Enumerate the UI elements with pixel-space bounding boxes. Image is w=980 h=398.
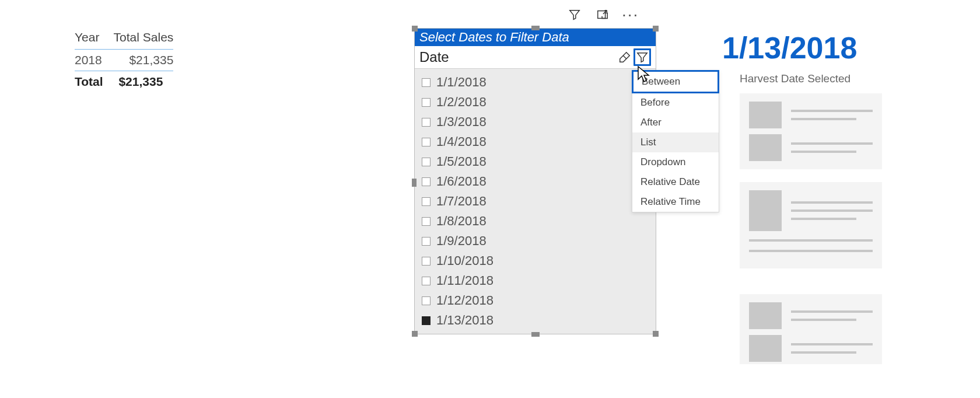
slicer-item[interactable]: 1/10/2018 xyxy=(421,251,653,271)
slicer-item[interactable]: 1/7/2018 xyxy=(421,191,653,211)
menu-item-list[interactable]: List xyxy=(632,132,719,152)
visual-toolbar: ··· xyxy=(566,6,639,23)
table-total-row: Total $21,335 xyxy=(75,71,173,93)
more-icon[interactable]: ··· xyxy=(622,12,639,18)
checkbox-icon[interactable] xyxy=(422,197,430,206)
slicer-item-label: 1/9/2018 xyxy=(436,233,487,249)
slicer-item-label: 1/4/2018 xyxy=(436,134,487,149)
menu-item-before[interactable]: Before xyxy=(632,93,719,113)
placeholder-visual xyxy=(740,182,882,268)
date-slicer[interactable]: Select Dates to Filter Data Date 1/1/201… xyxy=(414,28,656,334)
cursor-icon xyxy=(636,65,654,84)
slicer-title: Select Dates to Filter Data xyxy=(415,29,656,46)
checkbox-icon[interactable] xyxy=(422,296,430,305)
focus-mode-icon[interactable] xyxy=(594,6,611,23)
svg-rect-0 xyxy=(598,11,606,19)
resize-handle[interactable] xyxy=(412,331,418,337)
card-value: 1/13/2018 xyxy=(722,30,857,65)
slicer-item[interactable]: 1/13/2018 xyxy=(421,310,653,330)
slicer-item-label: 1/1/2018 xyxy=(436,75,487,90)
slicer-item[interactable]: 1/11/2018 xyxy=(421,271,653,291)
checkbox-icon[interactable] xyxy=(422,118,430,127)
slicer-item[interactable]: 1/5/2018 xyxy=(421,152,653,172)
slicer-item-label: 1/13/2018 xyxy=(436,313,494,328)
slicer-item[interactable]: 1/9/2018 xyxy=(421,231,653,251)
placeholder-visual xyxy=(740,294,882,364)
placeholder-visual xyxy=(740,93,882,169)
slicer-type-chevron-icon[interactable] xyxy=(634,48,651,66)
slicer-item[interactable]: 1/2/2018 xyxy=(421,92,653,112)
menu-item-dropdown[interactable]: Dropdown xyxy=(632,152,719,172)
checkbox-icon[interactable] xyxy=(422,277,430,285)
slicer-type-menu: BetweenBeforeAfterListDropdownRelative D… xyxy=(632,70,719,212)
slicer-item-label: 1/7/2018 xyxy=(436,194,487,209)
menu-item-relative-date[interactable]: Relative Date xyxy=(632,172,719,192)
resize-handle[interactable] xyxy=(412,179,416,187)
slicer-item[interactable]: 1/12/2018 xyxy=(421,291,653,310)
resize-handle[interactable] xyxy=(412,26,418,32)
slicer-item-label: 1/10/2018 xyxy=(436,253,494,268)
col-year: Year xyxy=(75,28,114,50)
menu-item-relative-time[interactable]: Relative Time xyxy=(632,192,719,212)
resize-handle[interactable] xyxy=(653,26,659,32)
card-label: Harvest Date Selected xyxy=(740,72,850,85)
slicer-item-label: 1/5/2018 xyxy=(436,154,487,169)
checkbox-icon[interactable] xyxy=(422,158,430,166)
slicer-header: Date xyxy=(415,46,656,69)
checkbox-icon[interactable] xyxy=(422,316,430,325)
checkbox-icon[interactable] xyxy=(422,217,430,226)
resize-handle[interactable] xyxy=(653,331,659,337)
table-row: 2018 $21,335 xyxy=(75,50,173,71)
sales-table: Year Total Sales 2018 $21,335 Total $21,… xyxy=(75,28,173,92)
slicer-item-label: 1/14/2018 xyxy=(436,333,494,333)
slicer-item[interactable]: 1/4/2018 xyxy=(421,132,653,152)
eraser-icon[interactable] xyxy=(616,48,634,66)
resize-handle[interactable] xyxy=(531,332,540,337)
slicer-item[interactable]: 1/8/2018 xyxy=(421,211,653,231)
slicer-item-label: 1/2/2018 xyxy=(436,95,487,110)
checkbox-icon[interactable] xyxy=(422,78,430,87)
resize-handle[interactable] xyxy=(531,26,540,30)
menu-item-after[interactable]: After xyxy=(632,113,719,132)
slicer-item[interactable]: 1/6/2018 xyxy=(421,172,653,191)
slicer-item-label: 1/12/2018 xyxy=(436,293,494,308)
slicer-item-label: 1/11/2018 xyxy=(436,273,494,288)
col-total-sales: Total Sales xyxy=(114,28,174,50)
checkbox-icon[interactable] xyxy=(422,237,430,246)
checkbox-icon[interactable] xyxy=(422,177,430,186)
slicer-field-name: Date xyxy=(419,49,449,65)
slicer-item-label: 1/3/2018 xyxy=(436,114,487,130)
slicer-list[interactable]: 1/1/20181/2/20181/3/20181/4/20181/5/2018… xyxy=(415,69,656,333)
slicer-item-label: 1/6/2018 xyxy=(436,174,487,189)
slicer-item[interactable]: 1/1/2018 xyxy=(421,72,653,92)
checkbox-icon[interactable] xyxy=(422,138,430,146)
slicer-item-label: 1/8/2018 xyxy=(436,214,487,229)
checkbox-icon[interactable] xyxy=(422,257,430,266)
filter-icon[interactable] xyxy=(566,6,583,23)
checkbox-icon[interactable] xyxy=(422,98,430,107)
slicer-item[interactable]: 1/3/2018 xyxy=(421,112,653,132)
